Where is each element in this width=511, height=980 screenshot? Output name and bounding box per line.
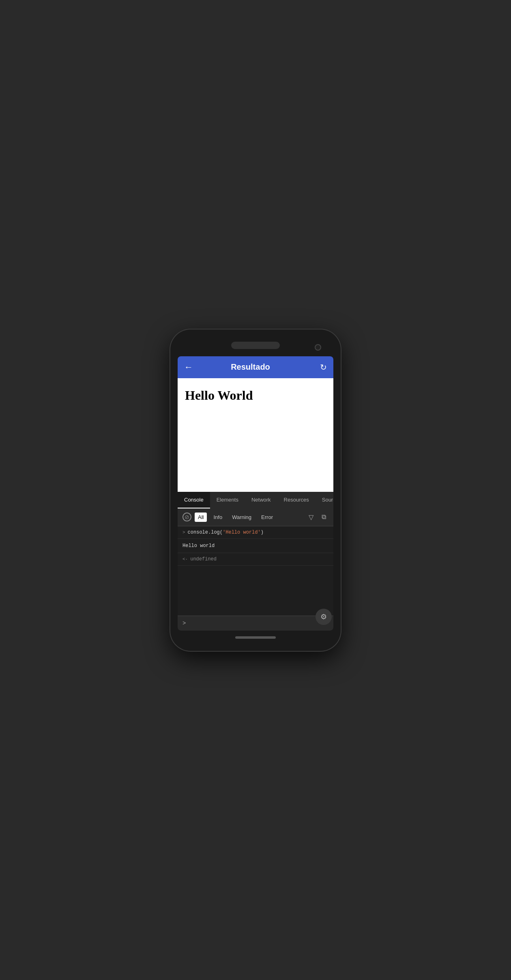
tab-network[interactable]: Network <box>245 492 277 508</box>
phone-device: ← Resultado ↻ Hello World Console Elemen… <box>170 330 341 651</box>
filter-all[interactable]: All <box>195 513 207 522</box>
log-string: 'Hello world' <box>223 530 261 535</box>
log-entry-input: > console.log('Hello world') <box>178 526 333 539</box>
console-panel: ⊘ All Info Warning Error ▽ ⧉ > console.l… <box>178 508 333 631</box>
filter-warning[interactable]: Warning <box>229 513 255 522</box>
phone-screen: ← Resultado ↻ Hello World Console Elemen… <box>178 356 333 631</box>
log-entry-return: <· undefined <box>178 553 333 566</box>
console-input[interactable] <box>189 620 328 626</box>
log-code: console.log('Hello world') <box>188 530 264 535</box>
app-bar-title: Resultado <box>186 362 315 372</box>
tab-sources[interactable]: Sources <box>316 492 333 508</box>
console-input-bar: > <box>178 616 333 631</box>
webview-content: Hello World <box>185 388 326 403</box>
tab-elements[interactable]: Elements <box>210 492 245 508</box>
return-value: undefined <box>190 556 217 562</box>
log-entry-output: Hello world <box>178 539 333 553</box>
webview: Hello World <box>178 378 333 492</box>
input-arrow: > <box>182 530 185 535</box>
devtools-tabs: Console Elements Network Resources Sourc… <box>178 492 333 508</box>
refresh-button[interactable]: ↻ <box>320 362 327 372</box>
filter-error[interactable]: Error <box>258 513 276 522</box>
block-icon[interactable]: ⊘ <box>182 513 191 521</box>
settings-icon: ⚙ <box>320 612 327 621</box>
filter-icon-button[interactable]: ▽ <box>306 512 316 523</box>
phone-home-bar <box>235 636 276 639</box>
filter-info[interactable]: Info <box>210 513 225 522</box>
console-prompt: > <box>182 620 186 627</box>
log-output-text: Hello world <box>182 542 328 549</box>
phone-speaker <box>231 342 280 349</box>
settings-fab[interactable]: ⚙ <box>316 609 332 625</box>
console-filter-bar: ⊘ All Info Warning Error ▽ ⧉ <box>178 508 333 526</box>
tab-console[interactable]: Console <box>178 492 210 508</box>
tab-resources[interactable]: Resources <box>277 492 316 508</box>
phone-camera <box>315 344 321 351</box>
copy-icon-button[interactable]: ⧉ <box>319 512 328 522</box>
return-arrow: <· <box>182 557 188 562</box>
console-log-area: > console.log('Hello world') Hello world… <box>178 526 333 616</box>
app-bar: ← Resultado ↻ <box>178 356 333 378</box>
